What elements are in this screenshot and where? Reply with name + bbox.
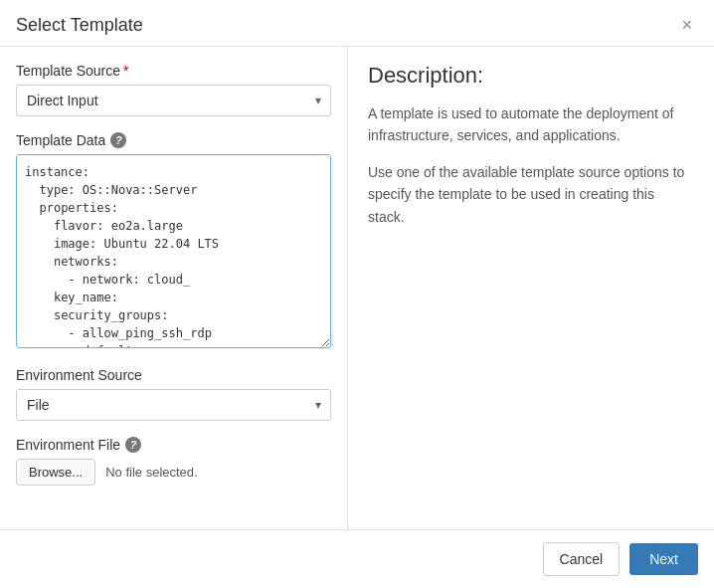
environment-file-group: Environment File ? Browse... No file sel…: [16, 437, 331, 486]
template-source-group: Template Source * Direct Input File URL …: [16, 63, 331, 116]
close-button[interactable]: ×: [675, 14, 698, 36]
description-p2: Use one of the available template source…: [368, 161, 694, 228]
next-button[interactable]: Next: [629, 543, 698, 575]
browse-row: Browse... No file selected.: [16, 459, 331, 486]
environment-source-group: Environment Source File Direct Input URL…: [16, 367, 331, 421]
template-data-help-icon[interactable]: ?: [110, 132, 126, 148]
right-panel: Description: A template is used to autom…: [348, 47, 714, 529]
template-source-select[interactable]: Direct Input File URL: [16, 85, 331, 116]
environment-file-help-icon[interactable]: ?: [125, 437, 141, 453]
modal-body: Template Source * Direct Input File URL …: [0, 47, 714, 529]
modal-title: Select Template: [16, 15, 143, 36]
environment-source-select-wrapper: File Direct Input URL ▾: [16, 389, 331, 421]
environment-file-label: Environment File ?: [16, 437, 331, 453]
modal-footer: Cancel Next: [0, 529, 714, 588]
cancel-button[interactable]: Cancel: [543, 542, 621, 576]
environment-source-select[interactable]: File Direct Input URL: [16, 389, 331, 421]
template-data-label: Template Data ?: [16, 132, 331, 148]
browse-button[interactable]: Browse...: [16, 459, 95, 486]
left-panel: Template Source * Direct Input File URL …: [0, 47, 348, 529]
template-source-label: Template Source *: [16, 63, 331, 79]
no-file-label: No file selected.: [105, 465, 198, 480]
description-title: Description:: [368, 63, 694, 89]
description-p1: A template is used to automate the deplo…: [368, 102, 694, 147]
environment-source-label: Environment Source: [16, 367, 331, 383]
required-indicator: *: [123, 63, 128, 79]
template-data-group: Template Data ? instance: type: OS::Nova…: [16, 132, 331, 351]
modal-overlay: Select Template × Template Source * Dire…: [0, 0, 714, 588]
modal: Select Template × Template Source * Dire…: [0, 0, 714, 588]
template-data-textarea[interactable]: instance: type: OS::Nova::Server propert…: [16, 154, 331, 348]
template-source-select-wrapper: Direct Input File URL ▾: [16, 85, 331, 116]
modal-header: Select Template ×: [0, 0, 714, 47]
